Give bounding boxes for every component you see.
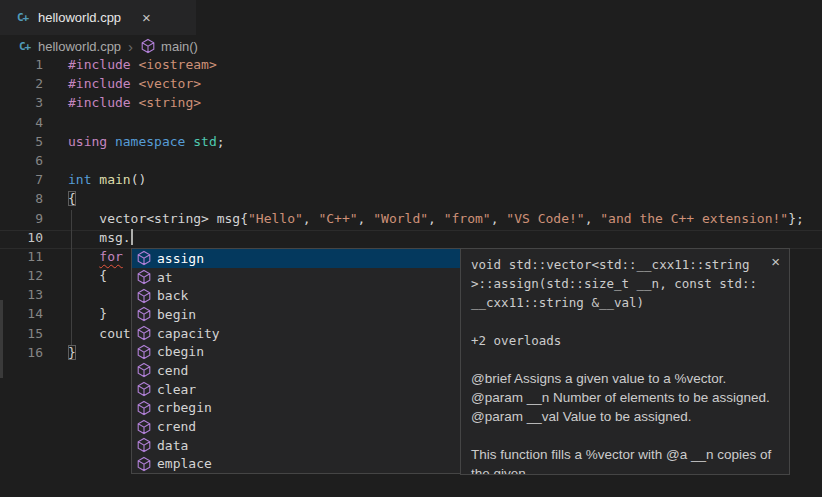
suggestion-item[interactable]: crbegin bbox=[132, 399, 460, 418]
line-number[interactable]: 7 bbox=[0, 172, 43, 191]
code-line[interactable]: 10 msg. bbox=[0, 230, 822, 249]
code-token bbox=[107, 134, 115, 149]
code-token: } bbox=[68, 345, 76, 360]
code-token: #include bbox=[68, 95, 131, 110]
code-token: int bbox=[68, 172, 91, 187]
line-number[interactable]: 13 bbox=[0, 287, 43, 306]
symbol-method-icon bbox=[136, 288, 152, 304]
line-number[interactable]: 2 bbox=[0, 76, 43, 95]
code-line[interactable]: 9 vector<string> msg{"Hello", "C++", "Wo… bbox=[0, 211, 822, 230]
suggestion-item[interactable]: capacity bbox=[132, 324, 460, 343]
chevron-right-icon: › bbox=[126, 38, 135, 55]
suggestion-item[interactable]: crend bbox=[132, 417, 460, 436]
code-text: } bbox=[43, 306, 107, 325]
code-token: <string> bbox=[138, 95, 201, 110]
line-number[interactable]: 15 bbox=[0, 326, 43, 345]
suggestion-item[interactable]: begin bbox=[132, 305, 460, 324]
code-token: "World" bbox=[373, 211, 428, 226]
code-token bbox=[68, 249, 99, 264]
code-text bbox=[43, 115, 68, 134]
suggestion-item[interactable]: back bbox=[132, 286, 460, 305]
code-line[interactable]: 8{ bbox=[0, 191, 822, 210]
code-text: msg. bbox=[43, 230, 133, 249]
suggest-docs-panel: void std::vector<std::__cxx11::string >:… bbox=[460, 248, 790, 475]
code-text: { bbox=[43, 191, 76, 210]
symbol-method-icon bbox=[136, 456, 152, 472]
breadcrumb-symbol[interactable]: main() bbox=[161, 39, 198, 54]
code-line[interactable]: 7int main() bbox=[0, 172, 822, 191]
line-number[interactable]: 11 bbox=[0, 249, 43, 268]
code-line[interactable]: 1#include <iostream> bbox=[0, 57, 822, 76]
suggestion-item[interactable]: cend bbox=[132, 361, 460, 380]
code-token: "and the C++ extension!" bbox=[600, 211, 788, 226]
code-token: , bbox=[585, 211, 601, 226]
code-token: , bbox=[428, 211, 444, 226]
line-number[interactable]: 12 bbox=[0, 268, 43, 287]
doc-overloads: +2 overloads bbox=[471, 331, 779, 350]
tab-helloworld[interactable]: C+ helloworld.cpp × bbox=[0, 0, 196, 35]
code-token: msg. bbox=[68, 230, 131, 245]
code-token: ; bbox=[217, 134, 225, 149]
close-icon[interactable]: × bbox=[771, 253, 780, 270]
suggestion-label: capacity bbox=[157, 326, 220, 341]
code-line[interactable]: 3#include <string> bbox=[0, 95, 822, 114]
code-token: }; bbox=[788, 211, 804, 226]
code-token: , bbox=[303, 211, 319, 226]
tab-close-icon[interactable]: × bbox=[142, 10, 151, 25]
suggestion-item[interactable]: assign bbox=[132, 249, 460, 268]
suggestion-item[interactable]: cbegin bbox=[132, 342, 460, 361]
code-text: #include <string> bbox=[43, 95, 201, 114]
code-text bbox=[43, 153, 68, 172]
suggestion-label: crbegin bbox=[157, 400, 212, 415]
code-token: , bbox=[491, 211, 507, 226]
suggestion-item[interactable]: emplace bbox=[132, 455, 460, 474]
code-text: #include <iostream> bbox=[43, 57, 217, 76]
code-line[interactable]: 6 bbox=[0, 153, 822, 172]
line-number[interactable]: 10 bbox=[0, 230, 43, 249]
code-token: } bbox=[68, 306, 107, 321]
code-text: for bbox=[43, 249, 123, 268]
line-number[interactable]: 6 bbox=[0, 153, 43, 172]
suggestion-label: cend bbox=[157, 363, 188, 378]
symbol-method-icon bbox=[136, 362, 152, 378]
line-number[interactable]: 1 bbox=[0, 57, 43, 76]
symbol-method-icon bbox=[136, 306, 152, 322]
line-number[interactable]: 14 bbox=[0, 306, 43, 325]
suggest-widget: assignatbackbegincapacitycbegincendclear… bbox=[131, 248, 790, 475]
code-token: () bbox=[131, 172, 147, 187]
code-text bbox=[43, 287, 68, 306]
suggestion-item[interactable]: at bbox=[132, 268, 460, 287]
code-line[interactable]: 2#include <vector> bbox=[0, 76, 822, 95]
line-number[interactable]: 4 bbox=[0, 115, 43, 134]
line-number[interactable]: 3 bbox=[0, 95, 43, 114]
suggestion-label: assign bbox=[157, 251, 204, 266]
code-text: using namespace std; bbox=[43, 134, 225, 153]
code-token: { bbox=[68, 268, 107, 283]
suggestion-item[interactable]: data bbox=[132, 436, 460, 455]
indent-guide bbox=[71, 210, 72, 345]
line-number[interactable]: 5 bbox=[0, 134, 43, 153]
suggestion-label: back bbox=[157, 288, 188, 303]
code-line[interactable]: 4 bbox=[0, 115, 822, 134]
line-number[interactable]: 16 bbox=[0, 345, 43, 364]
symbol-method-icon bbox=[136, 269, 152, 285]
suggestion-label: data bbox=[157, 438, 188, 453]
symbol-method-icon bbox=[136, 250, 152, 266]
code-token: vector<string> msg{ bbox=[68, 211, 248, 226]
line-number[interactable]: 9 bbox=[0, 211, 43, 230]
code-text: int main() bbox=[43, 172, 146, 191]
line-number[interactable]: 8 bbox=[0, 191, 43, 210]
doc-body: @brief Assigns a given value to a %vecto… bbox=[471, 369, 779, 475]
text-cursor bbox=[131, 229, 133, 245]
suggestion-label: at bbox=[157, 270, 173, 285]
symbol-method-icon bbox=[136, 400, 152, 416]
breadcrumb-file[interactable]: helloworld.cpp bbox=[38, 39, 121, 54]
code-line[interactable]: 5using namespace std; bbox=[0, 134, 822, 153]
breadcrumb: C+ helloworld.cpp › main() bbox=[0, 35, 822, 57]
code-token: namespace bbox=[115, 134, 185, 149]
code-token: std bbox=[193, 134, 216, 149]
code-token: , bbox=[358, 211, 374, 226]
vscode-window: C+ helloworld.cpp × C+ helloworld.cpp › … bbox=[0, 0, 822, 497]
symbol-method-icon bbox=[136, 344, 152, 360]
suggestion-item[interactable]: clear bbox=[132, 380, 460, 399]
